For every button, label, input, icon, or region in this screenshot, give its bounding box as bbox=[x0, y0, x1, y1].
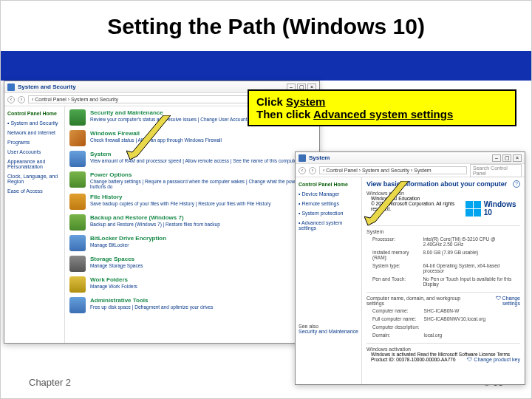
callout-underline-1: System bbox=[286, 95, 325, 108]
breadcrumb[interactable]: ‹ Control Panel › System and Security › … bbox=[319, 166, 467, 174]
sidebar-item[interactable]: User Accounts bbox=[7, 149, 61, 154]
instruction-callout: Click System Then click Advanced system … bbox=[248, 89, 516, 126]
table-row: System type:64-bit Operating System, x64… bbox=[368, 262, 519, 274]
activation-label: Windows activation bbox=[366, 347, 520, 352]
windows-logo-icon bbox=[466, 201, 481, 216]
category-icon bbox=[69, 109, 86, 126]
category-name[interactable]: Storage Spaces bbox=[90, 256, 143, 262]
help-icon[interactable]: ? bbox=[513, 180, 520, 188]
see-also-label: See also bbox=[299, 324, 358, 329]
forward-button[interactable]: › bbox=[18, 96, 25, 103]
close-button[interactable]: × bbox=[513, 154, 522, 162]
category-list: Security and Maintenance Review your com… bbox=[65, 106, 319, 343]
windows10-logo: Windows 10 bbox=[466, 200, 520, 216]
svg-marker-0 bbox=[126, 115, 171, 160]
category-item[interactable]: BitLocker Drive Encryption Manage BitLoc… bbox=[69, 235, 315, 251]
sidebar-remote-settings[interactable]: Remote settings bbox=[299, 201, 358, 206]
sidebar-item[interactable]: Programs bbox=[7, 140, 61, 145]
category-item[interactable]: Power Options Change battery settings | … bbox=[69, 171, 315, 189]
category-name[interactable]: BitLocker Drive Encryption bbox=[90, 235, 166, 242]
system-window-2: System – ▢ × ‹ › ‹ Control Panel › Syste… bbox=[295, 151, 525, 385]
category-item[interactable]: Windows Firewall Check firewall status |… bbox=[69, 130, 315, 146]
sidebar-item[interactable]: Ease of Access bbox=[7, 188, 61, 194]
callout-underline-2: Advanced system settings bbox=[313, 108, 453, 120]
category-sublinks[interactable]: Manage BitLocker bbox=[90, 242, 166, 248]
sidebar: Control Panel Home Device Manager Remote… bbox=[296, 177, 362, 384]
category-icon bbox=[69, 194, 86, 210]
decorative-band bbox=[1, 51, 531, 81]
category-name[interactable]: System bbox=[90, 151, 299, 157]
sidebar-advanced-system-settings[interactable]: Advanced system settings bbox=[299, 220, 358, 231]
category-sublinks[interactable]: Manage Storage Spaces bbox=[90, 263, 143, 268]
category-item[interactable]: System View amount of RAM and processor … bbox=[69, 151, 315, 167]
category-item[interactable]: File History Save backup copies of your … bbox=[69, 194, 315, 210]
category-name[interactable]: Work Folders bbox=[90, 276, 137, 283]
table-row: Computer description: bbox=[368, 324, 488, 330]
breadcrumb[interactable]: ‹ Control Panel › System and Security bbox=[28, 95, 262, 103]
category-sublinks[interactable]: Save backup copies of your files with Fi… bbox=[90, 201, 270, 206]
sidebar-item[interactable]: Clock, Language, and Region bbox=[7, 174, 61, 184]
table-row: Full computer name:SHC-ICAB0NWV10.local.… bbox=[368, 316, 488, 322]
category-icon bbox=[69, 256, 86, 272]
forward-button[interactable]: › bbox=[309, 167, 316, 174]
sidebar-device-manager[interactable]: Device Manager bbox=[299, 191, 358, 197]
window-title: System and Security bbox=[18, 83, 287, 90]
change-settings-link[interactable]: Change settings bbox=[477, 296, 520, 306]
activation-text: Windows is activated Read the Microsoft … bbox=[366, 352, 520, 357]
table-row: Installed memory (RAM):8.00 GB (7.89 GB … bbox=[368, 249, 519, 261]
svg-marker-1 bbox=[364, 181, 409, 225]
table-row: Processor:Intel(R) Core(TM) i5-3210 CPU … bbox=[368, 236, 519, 248]
change-product-key-link[interactable]: Change product key bbox=[467, 357, 520, 362]
category-item[interactable]: Storage Spaces Manage Storage Spaces bbox=[69, 256, 315, 272]
system-label: System bbox=[366, 229, 520, 234]
category-item[interactable]: Backup and Restore (Windows 7) Backup an… bbox=[69, 214, 315, 231]
category-name[interactable]: File History bbox=[90, 194, 270, 200]
table-row: Computer name:SHC-ICAB0N-W bbox=[368, 307, 488, 314]
back-button[interactable]: ‹ bbox=[7, 96, 15, 103]
minimize-button[interactable]: – bbox=[492, 154, 501, 162]
sidebar-see-also-item[interactable]: Security and Maintenance bbox=[299, 329, 358, 334]
sidebar-item[interactable]: Appearance and Personalization bbox=[7, 159, 61, 169]
category-icon bbox=[69, 130, 86, 146]
category-sublinks[interactable]: View amount of RAM and processor speed |… bbox=[90, 158, 299, 163]
callout-text: Then click bbox=[256, 108, 313, 120]
window-title: System bbox=[309, 154, 492, 161]
table-row: Pen and Touch:No Pen or Touch Input is a… bbox=[368, 276, 519, 287]
product-id: Product ID: 00378-10000-00000-AA776 bbox=[371, 357, 456, 362]
control-panel-home-link[interactable]: Control Panel Home bbox=[299, 182, 358, 187]
category-sublinks[interactable]: Manage Work Folders bbox=[90, 284, 137, 289]
category-icon bbox=[69, 214, 86, 231]
category-icon bbox=[69, 297, 86, 313]
category-icon bbox=[69, 235, 86, 251]
category-name[interactable]: Backup and Restore (Windows 7) bbox=[90, 214, 220, 221]
category-name[interactable]: Power Options bbox=[90, 171, 315, 178]
maximize-button[interactable]: ▢ bbox=[502, 154, 511, 162]
shield-icon bbox=[7, 83, 15, 91]
category-sublinks[interactable]: Change battery settings | Require a pass… bbox=[90, 179, 315, 189]
sidebar-system-protection[interactable]: System protection bbox=[299, 211, 358, 216]
category-sublinks[interactable]: Free up disk space | Defragment and opti… bbox=[90, 304, 213, 310]
category-item[interactable]: Administrative Tools Free up disk space … bbox=[69, 297, 315, 313]
sidebar-item[interactable]: Network and Internet bbox=[7, 130, 61, 135]
callout-text: Click bbox=[256, 95, 286, 108]
control-panel-home-link[interactable]: Control Panel Home bbox=[7, 111, 61, 116]
footer-left: Chapter 2 bbox=[29, 377, 71, 388]
back-button[interactable]: ‹ bbox=[299, 167, 306, 174]
toolbar: ‹ › ‹ Control Panel › System and Securit… bbox=[296, 164, 525, 177]
category-item[interactable]: Work Folders Manage Work Folders bbox=[69, 276, 315, 293]
network-label: Computer name, domain, and workgroup set… bbox=[366, 296, 477, 306]
windows10-text: Windows 10 bbox=[484, 200, 520, 216]
table-row: Domain:local.org bbox=[368, 332, 488, 338]
callout-arrow-1 bbox=[126, 115, 171, 160]
computer-icon bbox=[299, 154, 306, 162]
category-sublinks[interactable]: Backup and Restore (Windows 7) | Restore… bbox=[90, 222, 220, 227]
category-icon bbox=[69, 171, 86, 188]
category-icon bbox=[69, 276, 86, 293]
category-name[interactable]: Administrative Tools bbox=[90, 297, 213, 304]
specs-table: Processor:Intel(R) Core(TM) i5-3210 CPU … bbox=[366, 234, 520, 289]
network-table: Computer name:SHC-ICAB0N-WFull computer … bbox=[366, 306, 490, 340]
search-input[interactable]: Search Control Panel bbox=[470, 164, 522, 177]
sidebar-item[interactable]: System and Security bbox=[7, 120, 61, 126]
callout-arrow-2 bbox=[364, 181, 409, 225]
sidebar: Control Panel Home System and Security N… bbox=[4, 106, 65, 343]
